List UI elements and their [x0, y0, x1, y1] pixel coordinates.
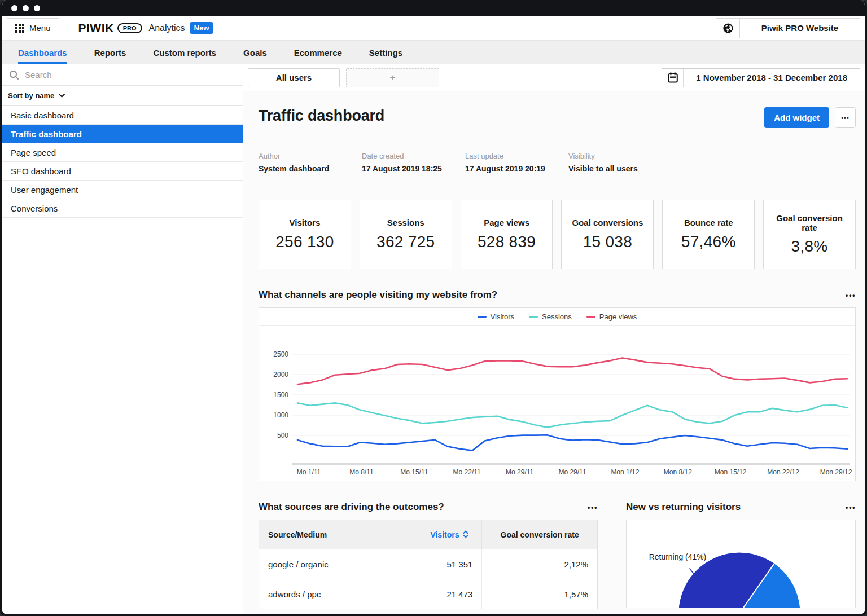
meta-label: Date created — [362, 152, 465, 160]
svg-text:Mon 29/12: Mon 29/12 — [820, 468, 852, 476]
tab-dashboards[interactable]: Dashboards — [5, 41, 81, 64]
legend-swatch — [529, 316, 538, 318]
kpi-card-goal-conversions: Goal conversions 15 038 — [561, 200, 654, 269]
add-segment-button[interactable]: + — [346, 68, 439, 87]
segments-toolbar: All users + 1 November 2018 - 31 Decembe… — [243, 64, 865, 91]
main-panel: All users + 1 November 2018 - 31 Decembe… — [243, 64, 865, 614]
kpi-value: 362 725 — [376, 233, 435, 251]
sidebar-item-page-speed[interactable]: Page speed — [2, 143, 243, 162]
svg-text:500: 500 — [277, 432, 288, 439]
svg-text:Mo 29/11: Mo 29/11 — [506, 468, 533, 476]
kpi-card-sessions: Sessions 362 725 — [360, 200, 452, 269]
kpi-label: Page views — [484, 218, 529, 227]
line-chart[interactable]: 5001000150020002500Mo 1/11Mo 8/11Mo 15/1… — [259, 326, 855, 478]
dashboard-list: Basic dashboardTraffic dashboardPage spe… — [2, 106, 243, 218]
legend-item-page-views[interactable]: Page views — [586, 313, 637, 321]
meta-value: 17 August 2019 18:25 — [362, 164, 465, 173]
page-title: Traffic dashboard — [259, 107, 384, 125]
table-row-adwords-ppc[interactable]: adwords / ppc21 4731,57% — [259, 579, 598, 609]
kpi-label: Goal conversions — [572, 218, 643, 227]
tab-goals[interactable]: Goals — [230, 41, 281, 64]
add-widget-button[interactable]: Add widget — [764, 107, 829, 128]
main-nav: DashboardsReportsCustom reportsGoalsEcom… — [2, 41, 865, 64]
kpi-value: 3,8% — [791, 237, 828, 256]
segment-all-users-button[interactable]: All users — [248, 68, 340, 87]
window-control-dot[interactable] — [34, 5, 40, 11]
legend-item-sessions[interactable]: Sessions — [529, 313, 572, 321]
sort-by-dropdown[interactable]: Sort by name — [2, 86, 243, 106]
divider — [259, 187, 856, 187]
kpi-card-goal-conversion-rate: Goal conversion rate 3,8% — [763, 200, 856, 269]
sidebar-item-conversions[interactable]: Conversions — [2, 199, 243, 218]
date-range-picker[interactable]: 1 November 2018 - 31 December 2018 — [662, 68, 860, 87]
search-input[interactable] — [25, 70, 236, 80]
sources-widget-title: What sources are driving the outcomes? — [259, 501, 444, 513]
legend-item-visitors[interactable]: Visitors — [478, 313, 514, 321]
kpi-label: Goal conversion rate — [769, 213, 850, 233]
svg-text:2500: 2500 — [273, 350, 288, 358]
site-picker[interactable]: Piwik PRO Website — [716, 18, 860, 38]
tab-custom-reports[interactable]: Custom reports — [139, 41, 230, 64]
table-row-google-organic[interactable]: google / organic51 3512,12% — [259, 549, 598, 579]
pie-annotation: Returning (41%) — [649, 552, 706, 561]
svg-text:Mon 1/12: Mon 1/12 — [611, 468, 639, 476]
svg-text:1500: 1500 — [273, 391, 288, 399]
tab-settings[interactable]: Settings — [356, 41, 416, 64]
column-header-label: Goal conversion rate — [501, 530, 579, 539]
window-control-dot[interactable] — [23, 5, 29, 11]
brand-wordmark: PIWIK — [78, 21, 114, 35]
sidebar-item-user-engagement[interactable]: User engagement — [2, 181, 243, 199]
column-header-visitors[interactable]: Visitors — [417, 520, 482, 549]
new-vs-returning-widget: New vs returning visitors ••• Returning … — [626, 501, 856, 609]
sidebar-item-basic-dashboard[interactable]: Basic dashboard — [2, 106, 243, 125]
tab-reports[interactable]: Reports — [81, 41, 140, 64]
column-header-source-medium[interactable]: Source/Medium — [259, 520, 417, 549]
search-icon — [9, 70, 19, 80]
kpi-label: Bounce rate — [684, 218, 733, 227]
sources-table: Source/MediumVisitorsGoal conversion rat… — [259, 520, 598, 609]
meta-label: Last update — [465, 152, 568, 160]
svg-text:2000: 2000 — [273, 371, 288, 379]
product-name: Analytics — [149, 23, 185, 33]
site-name: Piwik PRO Website — [740, 19, 860, 38]
kpi-card-bounce-rate: Bounce rate 57,46% — [662, 200, 755, 269]
date-range-label: 1 November 2018 - 31 December 2018 — [684, 69, 860, 87]
chevron-down-icon — [59, 94, 65, 98]
svg-text:Mo 15/11: Mo 15/11 — [400, 468, 428, 476]
channels-more-button[interactable]: ••• — [846, 291, 856, 300]
svg-text:Mo 8/11: Mo 8/11 — [349, 468, 374, 476]
kpi-value: 15 038 — [583, 233, 632, 251]
chart-legend: Visitors Sessions Page views — [259, 308, 855, 326]
sort-icon — [463, 530, 468, 538]
meta-value: 17 August 2019 20:19 — [465, 164, 568, 173]
column-header-label: Source/Medium — [268, 530, 327, 539]
tab-ecommerce[interactable]: Ecommerce — [281, 41, 356, 64]
sidebar-item-traffic-dashboard[interactable]: Traffic dashboard — [2, 125, 243, 143]
sidebar-item-seo-dashboard[interactable]: SEO dashboard — [2, 162, 243, 181]
dashboard-more-button[interactable]: ••• — [835, 107, 856, 128]
value-cell: 1,57% — [482, 579, 598, 609]
meta-visibility: Visibility Visible to all users — [568, 152, 672, 173]
value-cell: 2,12% — [482, 549, 598, 579]
menu-button[interactable]: Menu — [7, 18, 59, 38]
calendar-icon — [662, 69, 684, 87]
new-vs-returning-more-button[interactable]: ••• — [846, 503, 856, 512]
svg-text:Mon 22/12: Mon 22/12 — [767, 468, 799, 476]
kpi-value: 57,46% — [681, 233, 736, 251]
column-header-goal-conversion-rate[interactable]: Goal conversion rate — [482, 520, 598, 549]
app-header: Menu PIWIK PRO Analytics New Piwik PRO W… — [2, 16, 865, 41]
window-titlebar — [2, 0, 865, 16]
legend-swatch — [478, 316, 487, 318]
svg-text:Mon 15/12: Mon 15/12 — [715, 468, 747, 476]
window-control-dot[interactable] — [11, 5, 17, 11]
search-box[interactable] — [2, 64, 243, 86]
pie-chart[interactable]: Returning (41%) — [627, 520, 855, 608]
dashboard-content: Traffic dashboard Add widget ••• Author … — [243, 91, 865, 614]
meta-label: Author — [259, 152, 362, 160]
meta-author: Author System dashboard — [259, 152, 362, 173]
brand-pro-pill: PRO — [117, 23, 142, 33]
meta-value: Visible to all users — [568, 164, 672, 173]
sources-more-button[interactable]: ••• — [588, 503, 598, 512]
kpi-label: Visitors — [290, 218, 321, 227]
pie-chart-card: Returning (41%) — [626, 520, 856, 608]
